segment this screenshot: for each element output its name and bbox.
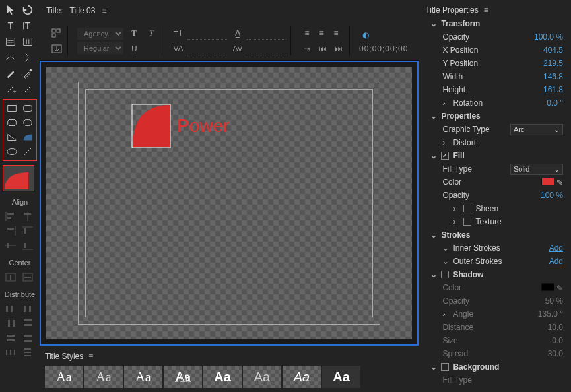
dist-h-space[interactable] xyxy=(3,346,18,359)
opacity-value[interactable]: 100.0 % xyxy=(534,32,563,42)
selection-tool[interactable] xyxy=(3,3,18,17)
center-horizontal[interactable] xyxy=(20,271,36,284)
rotation-value[interactable]: 0.0 ° xyxy=(547,98,563,108)
properties-menu-icon[interactable] xyxy=(484,5,493,15)
center-vertical[interactable] xyxy=(3,271,18,284)
inner-strokes-twisty[interactable]: ⌄ xyxy=(442,244,449,253)
shadow-angle-value[interactable]: 135.0 ° xyxy=(538,310,563,319)
align-left-text-icon[interactable]: ≡ xyxy=(300,26,314,40)
style-tile-8[interactable]: Aa xyxy=(322,366,360,388)
distort-twisty[interactable]: › xyxy=(442,138,449,147)
sheen-checkbox[interactable] xyxy=(463,205,471,212)
dist-h-center[interactable] xyxy=(20,302,36,315)
width-value[interactable]: 146.8 xyxy=(543,72,563,81)
style-tile-2[interactable]: Aa xyxy=(84,366,123,388)
fill-twisty[interactable]: ⌄ xyxy=(430,151,437,160)
dist-top[interactable] xyxy=(20,317,36,330)
add-anchor-tool[interactable]: + xyxy=(3,82,18,96)
align-top[interactable] xyxy=(20,224,36,238)
sheen-twisty[interactable]: › xyxy=(453,204,459,213)
style-tile-5[interactable]: Aa xyxy=(203,366,242,388)
arc-tool[interactable] xyxy=(20,130,35,145)
align-v-center[interactable] xyxy=(3,239,18,252)
wedge-tool[interactable] xyxy=(5,130,19,145)
fill-type-select[interactable]: Solid⌄ xyxy=(510,164,563,175)
timecode[interactable]: 00;00;00;00 xyxy=(359,44,408,53)
prev-icon[interactable]: ⏮ xyxy=(316,42,329,55)
style-tile-3[interactable]: Aa xyxy=(124,366,162,388)
underline-icon[interactable]: U̲ xyxy=(127,42,141,55)
font-style-select[interactable]: Regular xyxy=(77,42,123,54)
background-twisty[interactable]: ⌄ xyxy=(430,362,437,372)
vertical-type-tool[interactable]: T xyxy=(20,18,36,33)
clipped-rectangle-tool[interactable] xyxy=(5,115,19,130)
delete-anchor-tool[interactable]: - xyxy=(20,82,36,96)
rotate-tool[interactable] xyxy=(20,3,36,17)
canvas-text[interactable]: Power xyxy=(177,115,229,137)
tracking-input[interactable] xyxy=(247,42,286,55)
align-left[interactable] xyxy=(3,210,18,223)
ellipse-tool[interactable] xyxy=(5,145,19,159)
align-right-text-icon[interactable]: ≡ xyxy=(329,26,343,40)
dist-left[interactable] xyxy=(3,302,18,315)
strokes-twisty[interactable]: ⌄ xyxy=(430,230,437,240)
align-bottom[interactable] xyxy=(20,239,36,252)
height-value[interactable]: 161.8 xyxy=(543,85,563,94)
style-tile-6[interactable]: Aa xyxy=(243,366,281,388)
align-center-text-icon[interactable]: ≡ xyxy=(315,26,328,40)
show-video-icon[interactable]: ◐ xyxy=(359,28,372,42)
title-name[interactable]: Title 03 xyxy=(70,6,96,15)
style-tile-7[interactable]: Aa xyxy=(283,366,321,388)
rounded-rectangle-tool[interactable] xyxy=(20,101,35,115)
texture-twisty[interactable]: › xyxy=(453,217,459,226)
leading-input[interactable] xyxy=(247,26,286,40)
tab-stops-icon[interactable]: ⇥ xyxy=(300,42,314,55)
shadow-checkbox[interactable] xyxy=(441,271,449,278)
eyedropper-tool[interactable] xyxy=(20,66,36,81)
outer-strokes-twisty[interactable]: ⌄ xyxy=(442,257,449,266)
align-right[interactable] xyxy=(3,224,18,238)
vertical-area-type-tool[interactable] xyxy=(20,34,36,49)
next-icon[interactable]: ⏭ xyxy=(332,42,345,55)
outer-strokes-add[interactable]: Add xyxy=(549,257,563,266)
transform-twisty[interactable]: ⌄ xyxy=(430,19,437,28)
shadow-spread-value[interactable]: 30.0 xyxy=(548,349,563,358)
tracking-icon[interactable]: AV xyxy=(231,42,244,55)
shadow-eyedropper-icon[interactable]: ✎ xyxy=(556,284,563,293)
templates-icon[interactable] xyxy=(50,26,63,40)
dist-v-space[interactable] xyxy=(20,346,36,359)
fill-checkbox[interactable] xyxy=(441,152,449,160)
shadow-twisty[interactable]: ⌄ xyxy=(430,270,437,279)
line-tool[interactable] xyxy=(20,145,35,159)
shadow-color-swatch[interactable] xyxy=(541,283,554,291)
fill-color-swatch[interactable] xyxy=(541,178,554,185)
inner-strokes-add[interactable]: Add xyxy=(549,244,563,253)
ypos-value[interactable]: 219.5 xyxy=(543,59,563,68)
type-tool[interactable]: T xyxy=(3,18,18,33)
font-size-icon[interactable]: ᴛT xyxy=(172,26,185,40)
style-tile-4[interactable]: Aa xyxy=(164,366,202,388)
align-h-center[interactable] xyxy=(20,210,36,223)
fill-opacity-value[interactable]: 100 % xyxy=(541,191,563,200)
shadow-distance-value[interactable]: 10.0 xyxy=(548,323,563,332)
path-type-tool[interactable] xyxy=(3,50,18,65)
xpos-value[interactable]: 404.5 xyxy=(543,46,563,55)
shadow-angle-twisty[interactable]: › xyxy=(442,310,449,319)
properties-twisty[interactable]: ⌄ xyxy=(430,112,437,121)
panel-menu-icon[interactable] xyxy=(102,6,111,15)
graphic-type-select[interactable]: Arc⌄ xyxy=(510,124,563,135)
rounded-corner-rectangle-tool[interactable] xyxy=(20,115,35,130)
font-family-select[interactable]: Agency... xyxy=(77,28,123,40)
texture-checkbox[interactable] xyxy=(463,218,471,226)
eyedropper-icon[interactable]: ✎ xyxy=(556,178,563,187)
title-artwork[interactable]: Power xyxy=(131,104,229,148)
rectangle-tool[interactable] xyxy=(5,101,19,115)
font-size-input[interactable] xyxy=(187,26,227,40)
dist-v-center[interactable] xyxy=(3,331,18,344)
style-tile-1[interactable]: Aa xyxy=(45,366,83,388)
italic-icon[interactable]: 𝑇 xyxy=(145,26,158,40)
kerning-input[interactable] xyxy=(187,42,227,55)
styles-menu-icon[interactable] xyxy=(88,352,98,361)
area-type-tool[interactable] xyxy=(3,34,18,49)
dist-bottom[interactable] xyxy=(20,331,36,344)
